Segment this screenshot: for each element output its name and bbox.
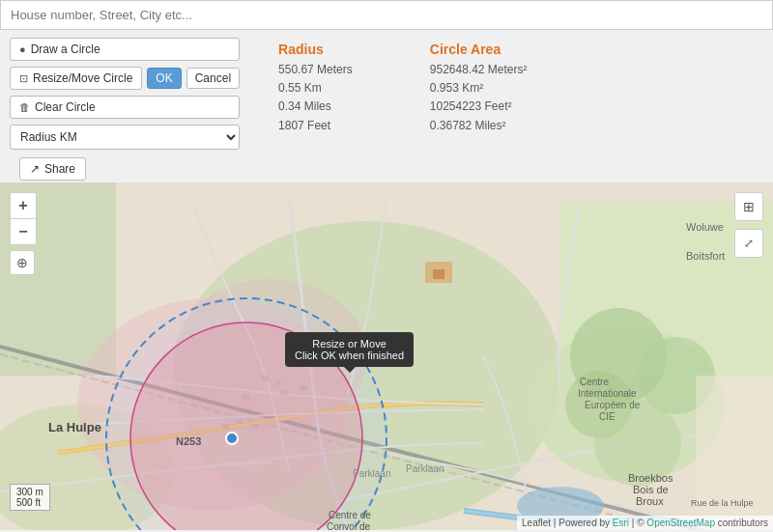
svg-text:Internationale: Internationale: [578, 388, 637, 399]
draw-circle-button[interactable]: ● Draw a Circle: [10, 38, 240, 61]
layers-button[interactable]: ⊞: [734, 192, 763, 221]
share-icon: ↗: [30, 162, 40, 176]
resize-icon: ⊡: [19, 72, 28, 85]
map-container[interactable]: Broekbos Bois de Broux Centre Internatio…: [0, 182, 773, 530]
svg-text:Broux: Broux: [636, 495, 664, 507]
svg-text:Centre de: Centre de: [329, 510, 371, 520]
svg-text:Rue de la Hulpe: Rue de la Hulpe: [691, 498, 754, 508]
svg-rect-18: [280, 390, 287, 395]
location-button[interactable]: ⊕: [10, 250, 35, 275]
location-icon: ⊕: [16, 255, 28, 270]
svg-text:N253: N253: [176, 435, 201, 447]
zoom-out-button[interactable]: −: [11, 219, 36, 244]
esri-link[interactable]: Esri: [613, 518, 629, 528]
radius-miles: 0.34 Miles: [278, 98, 353, 116]
svg-rect-15: [261, 376, 269, 381]
circle-icon: ●: [19, 43, 26, 55]
svg-rect-21: [237, 419, 243, 424]
circle-area-title: Circle Area: [430, 42, 528, 57]
svg-text:Européen de: Européen de: [585, 400, 641, 410]
attribution: Leaflet | Powered by Esri | © OpenStreet…: [517, 516, 773, 530]
share-button[interactable]: ↗ Share: [19, 157, 86, 181]
svg-point-13: [293, 335, 306, 349]
area-meters2: 952648.42 Meters²: [430, 61, 528, 79]
svg-rect-19: [300, 385, 307, 391]
area-km2: 0.953 Km²: [430, 79, 528, 98]
scale-meters: 300 m: [16, 487, 43, 497]
osm-link[interactable]: OpenStreetMap: [646, 518, 715, 528]
resize-move-row: ⊡ Resize/Move Circle OK Cancel: [10, 67, 240, 90]
cancel-button[interactable]: Cancel: [186, 68, 240, 89]
search-input[interactable]: [0, 0, 773, 30]
radius-meters: 550.67 Meters: [278, 61, 353, 79]
scale-feet: 500 ft: [16, 497, 43, 508]
svg-rect-20: [222, 424, 229, 429]
layers-icon: ⊞: [743, 199, 755, 214]
svg-text:Centre: Centre: [580, 377, 609, 387]
clear-circle-button[interactable]: 🗑 Clear Circle: [10, 96, 240, 119]
svg-text:Bois de: Bois de: [633, 484, 669, 495]
zoom-in-button[interactable]: +: [11, 193, 36, 218]
svg-text:CIE: CIE: [599, 411, 616, 422]
fullscreen-button[interactable]: ⤢: [734, 229, 763, 258]
fullscreen-icon: ⤢: [744, 237, 754, 250]
svg-text:Parklaan: Parklaan: [406, 463, 444, 474]
svg-rect-45: [433, 269, 444, 279]
radius-select[interactable]: Radius KM Radius Miles Radius Meters: [10, 125, 240, 150]
info-section: Radius 550.67 Meters 0.55 Km 0.34 Miles …: [249, 38, 536, 139]
circle-area-info: Circle Area 952648.42 Meters² 0.953 Km² …: [430, 42, 528, 135]
svg-text:Parklaan: Parklaan: [353, 468, 390, 479]
area-feet2: 10254223 Feet²: [430, 98, 528, 116]
svg-rect-17: [242, 395, 250, 401]
radius-km: 0.55 Km: [278, 79, 353, 98]
svg-text:Broekbos: Broekbos: [628, 472, 673, 484]
ok-button[interactable]: OK: [147, 68, 181, 89]
svg-text:La Hulpe: La Hulpe: [48, 420, 101, 434]
svg-point-14: [226, 433, 238, 444]
svg-rect-16: [275, 380, 281, 385]
radius-title: Radius: [278, 42, 353, 57]
radius-info: Radius 550.67 Meters 0.55 Km 0.34 Miles …: [278, 42, 353, 135]
svg-text:Boitsfort: Boitsfort: [686, 250, 725, 262]
attribution-text: Leaflet | Powered by Esri | © OpenStreet…: [522, 518, 768, 528]
buttons-column: ● Draw a Circle ⊡ Resize/Move Circle OK …: [10, 38, 240, 181]
scale-bar: 300 m 500 ft: [10, 484, 50, 511]
resize-move-button[interactable]: ⊡ Resize/Move Circle: [10, 67, 142, 90]
map-background: Broekbos Bois de Broux Centre Internatio…: [0, 182, 773, 530]
radius-feet: 1807 Feet: [278, 117, 353, 135]
top-panel: ● Draw a Circle ⊡ Resize/Move Circle OK …: [0, 0, 773, 182]
zoom-controls: + −: [10, 192, 37, 245]
svg-rect-22: [251, 424, 259, 430]
svg-text:Convoi de: Convoi de: [327, 521, 370, 530]
svg-text:Woluwe: Woluwe: [686, 221, 724, 233]
area-miles2: 0.36782 Miles²: [430, 117, 528, 135]
trash-icon: 🗑: [19, 101, 30, 113]
